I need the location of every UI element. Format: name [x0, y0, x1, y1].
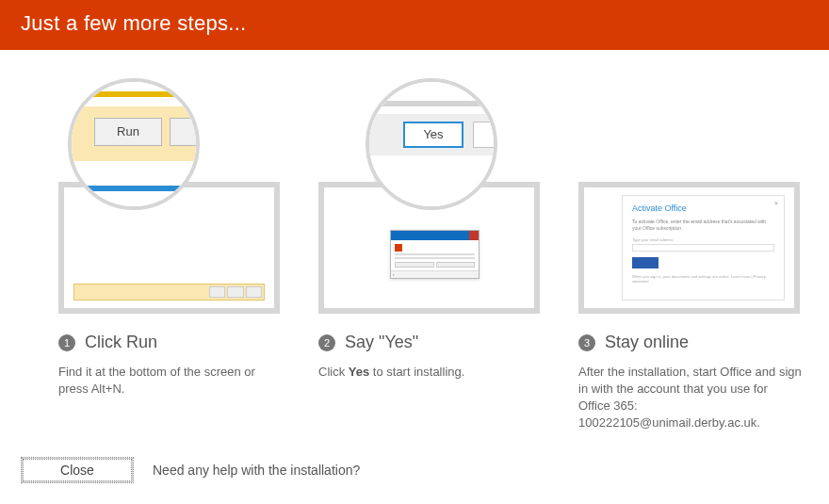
run-button-illustration: Run [94, 118, 162, 146]
uac-dialog-illustration: ▾· [390, 230, 480, 279]
steps-row: Run 1 Click Run Find it at the bottom of… [19, 50, 810, 431]
step-2-desc-bold: Yes [349, 365, 369, 379]
step-1-title: Click Run [85, 333, 157, 352]
activate-input-illustration [632, 244, 774, 252]
magnifier-icon: Yes [366, 78, 497, 210]
step-2: ▾· Yes 2 Say "Yes" Click Yes to start [318, 69, 550, 431]
step-number-badge: 2 [318, 334, 335, 351]
step-number-badge: 3 [578, 334, 595, 351]
yes-button-illustration: Yes [403, 122, 463, 148]
activate-input-label: Type your email address [632, 237, 774, 242]
mock-activate-window: × Activate Office To activate Office, en… [578, 182, 800, 314]
step-2-description: Click Yes to start installing. [318, 364, 550, 381]
step-2-illustration: ▾· Yes [318, 69, 540, 314]
step-1: Run 1 Click Run Find it at the bottom of… [58, 69, 290, 431]
close-icon: × [774, 200, 778, 206]
step-number-badge: 1 [58, 334, 75, 351]
step-3: × Activate Office To activate Office, en… [578, 69, 810, 431]
magnifier-icon: Run [68, 78, 200, 210]
mock-browser-window [58, 182, 280, 314]
step-3-description: After the installation, start Office and… [578, 364, 810, 431]
activate-footer-text: When you sign in, your documents and set… [632, 274, 774, 284]
page-title: Just a few more steps... [21, 11, 808, 36]
download-bar [73, 284, 265, 301]
close-button[interactable]: Close [21, 457, 134, 483]
activate-card: × Activate Office To activate Office, en… [622, 195, 785, 301]
activate-subtitle: To activate Office, enter the email addr… [632, 219, 774, 232]
step-1-illustration: Run [58, 69, 280, 314]
step-1-description: Find it at the bottom of the screen or p… [58, 364, 290, 398]
step-2-title: Say "Yes" [345, 333, 418, 352]
footer-bar: Close Need any help with the installatio… [21, 457, 808, 483]
help-link[interactable]: Need any help with the installation? [153, 463, 360, 478]
step-3-illustration: × Activate Office To activate Office, en… [578, 69, 800, 314]
header-bar: Just a few more steps... [0, 0, 829, 50]
step-2-desc-post: to start installing. [369, 365, 464, 379]
activate-next-button-illustration [632, 257, 658, 268]
activate-title: Activate Office [632, 203, 774, 213]
step-3-title: Stay online [605, 333, 689, 352]
step-2-desc-pre: Click [318, 365, 349, 379]
content-area: Run 1 Click Run Find it at the bottom of… [0, 50, 829, 431]
